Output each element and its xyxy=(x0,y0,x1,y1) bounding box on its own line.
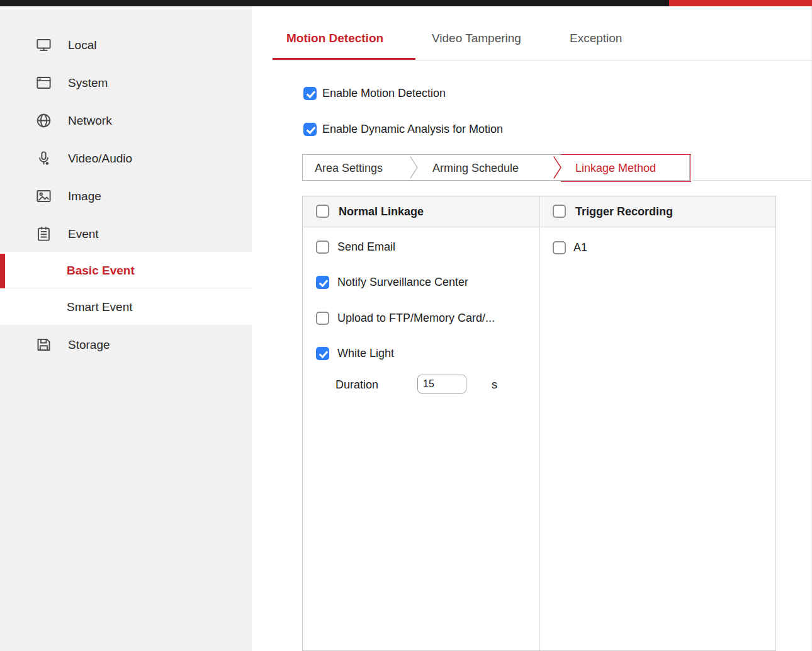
content-right-border xyxy=(811,6,811,651)
enable-dynamic-analysis-label: Enable Dynamic Analysis for Motion xyxy=(322,123,503,136)
sidebar-item-label: Smart Event xyxy=(67,300,133,314)
tab-video-tampering[interactable]: Video Tampering xyxy=(432,31,521,45)
enable-motion-detection-checkbox[interactable] xyxy=(303,87,317,100)
sidebar-item-system[interactable]: System xyxy=(0,65,252,101)
sidebar-item-label: System xyxy=(68,76,108,90)
sidebar-item-basic-event[interactable]: Basic Event xyxy=(0,253,252,288)
enable-motion-detection-label: Enable Motion Detection xyxy=(322,87,446,100)
video-audio-icon xyxy=(35,150,52,167)
tab-motion-detection[interactable]: Motion Detection xyxy=(286,31,383,45)
storage-icon xyxy=(35,336,52,353)
trigger-recording-checkbox[interactable] xyxy=(553,205,566,218)
sidebar-item-video-audio[interactable]: Video/Audio xyxy=(0,141,252,176)
send-email-label: Send Email xyxy=(337,241,395,254)
sidebar-item-label: Video/Audio xyxy=(68,152,132,166)
subtab-arming-schedule[interactable]: Arming Schedule xyxy=(432,162,519,174)
system-icon xyxy=(35,74,52,91)
duration-input[interactable] xyxy=(417,375,466,393)
duration-unit-label: s xyxy=(492,378,497,392)
channel-a1-checkbox[interactable] xyxy=(553,241,566,254)
linkage-table: Normal Linkage Trigger Recording Send Em… xyxy=(302,196,776,651)
sidebar-item-event[interactable]: Event xyxy=(0,217,252,252)
subtab-area-settings[interactable]: Area Settings xyxy=(315,162,383,174)
tab-exception[interactable]: Exception xyxy=(570,31,622,45)
chevron-active-icon xyxy=(552,155,563,180)
sidebar-item-label: Basic Event xyxy=(67,264,135,278)
subtab-linkage-method[interactable]: Linkage Method xyxy=(575,162,656,174)
normal-linkage-header: Normal Linkage xyxy=(339,205,424,218)
top-bar-accent xyxy=(669,0,812,6)
sidebar-item-local[interactable]: Local xyxy=(0,28,252,63)
notify-surveillance-center-label: Notify Surveillance Center xyxy=(337,276,468,289)
sidebar-item-storage[interactable]: Storage xyxy=(0,327,252,363)
upload-ftp-checkbox[interactable] xyxy=(316,312,329,325)
trigger-recording-header: Trigger Recording xyxy=(575,205,673,218)
sidebar-item-label: Network xyxy=(68,114,112,128)
sidebar-item-label: Image xyxy=(68,190,101,203)
image-icon xyxy=(35,188,52,205)
sidebar-item-label: Event xyxy=(68,227,99,241)
normal-linkage-checkbox[interactable] xyxy=(316,205,329,218)
event-icon xyxy=(35,225,52,242)
notify-surveillance-center-checkbox[interactable] xyxy=(316,276,329,289)
channel-a1-label: A1 xyxy=(573,241,587,254)
chevron-separator-icon xyxy=(409,155,420,180)
monitor-icon xyxy=(35,37,52,54)
linkage-table-column-divider xyxy=(539,196,539,650)
subtab-bar: Area Settings Arming Schedule Linkage Me… xyxy=(302,154,690,181)
duration-label: Duration xyxy=(336,378,378,392)
white-light-checkbox[interactable] xyxy=(316,347,329,360)
subtab-extension-line xyxy=(690,180,811,181)
sidebar-item-label: Storage xyxy=(68,338,110,352)
upload-ftp-label: Upload to FTP/Memory Card/... xyxy=(337,312,495,325)
tab-bottom-border xyxy=(273,60,812,60)
sidebar-item-image[interactable]: Image xyxy=(0,179,252,214)
sidebar-item-label: Local xyxy=(68,38,96,52)
send-email-checkbox[interactable] xyxy=(316,241,329,254)
enable-dynamic-analysis-checkbox[interactable] xyxy=(303,123,317,136)
sidebar-item-network[interactable]: Network xyxy=(0,103,252,139)
sidebar-item-smart-event[interactable]: Smart Event xyxy=(0,290,252,325)
network-icon xyxy=(35,112,52,129)
white-light-label: White Light xyxy=(337,347,394,360)
